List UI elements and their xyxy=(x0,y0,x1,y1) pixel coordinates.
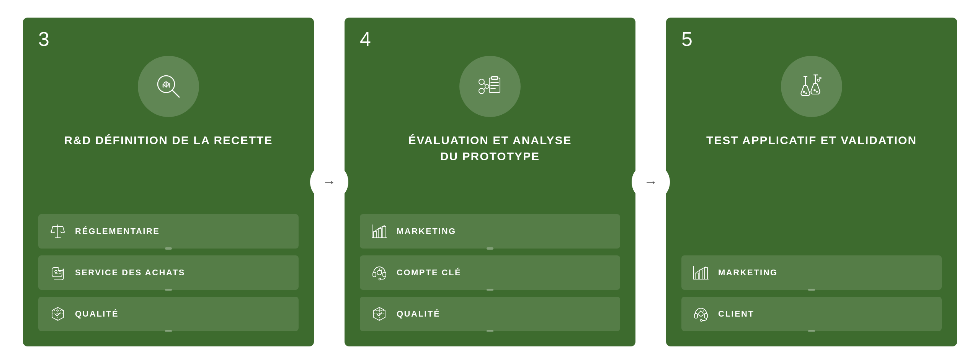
svg-point-56 xyxy=(701,320,702,322)
magnifier-chart-icon xyxy=(153,71,184,102)
svg-point-43 xyxy=(803,91,805,93)
qualite-3-label: QUALITÉ xyxy=(75,309,119,319)
svg-point-23 xyxy=(479,79,484,84)
svg-rect-31 xyxy=(383,226,386,238)
svg-line-27 xyxy=(484,88,485,89)
card-4-icon-circle xyxy=(459,56,521,117)
svg-rect-51 xyxy=(695,273,698,279)
svg-rect-55 xyxy=(704,314,707,318)
achats-label: SERVICE DES ACHATS xyxy=(75,268,185,278)
qualite-4-label: QUALITÉ xyxy=(397,309,440,319)
svg-rect-52 xyxy=(700,270,703,279)
svg-rect-29 xyxy=(374,232,377,238)
svg-point-34 xyxy=(379,278,381,280)
tag-hand-icon xyxy=(49,264,67,281)
svg-line-59 xyxy=(703,310,704,312)
svg-point-47 xyxy=(814,89,815,91)
card-3-icon-circle xyxy=(138,56,199,117)
marketing-5-label: MARKETING xyxy=(718,268,778,278)
bar-chart-icon-5 xyxy=(692,264,710,281)
item-compte-cle: COMPTE CLÉ xyxy=(360,255,620,290)
card-5-icon-circle xyxy=(781,56,842,117)
arrow-2-icon: → xyxy=(644,175,658,189)
card-4-title: ÉVALUATION ET ANALYSEDU PROTOTYPE xyxy=(408,132,572,164)
process-container: 3 R&D DÉFINITION DE LA RECETTE xyxy=(0,0,980,364)
lab-flasks-icon xyxy=(796,71,827,102)
svg-point-11 xyxy=(55,270,57,273)
svg-line-9 xyxy=(63,226,64,232)
item-marketing-4: MARKETING xyxy=(360,214,620,249)
headset-icon-4 xyxy=(371,264,388,281)
card-4-items: MARKETING COMPTE CLÉ xyxy=(360,214,620,331)
card-3-title: R&D DÉFINITION DE LA RECETTE xyxy=(64,132,273,148)
arrow-1-icon: → xyxy=(322,175,336,189)
item-client: CLIENT xyxy=(681,297,942,331)
svg-rect-53 xyxy=(704,268,707,279)
card-5-items: MARKETING CLIENT xyxy=(681,255,942,331)
svg-rect-33 xyxy=(383,272,386,277)
svg-point-49 xyxy=(817,79,820,81)
item-qualite-3: QUALITÉ xyxy=(38,297,299,331)
card-4: 4 ÉVALUATION ET ANALYSEDU PROTOTYPE xyxy=(345,18,635,346)
svg-point-44 xyxy=(806,93,807,94)
bar-chart-icon-4 xyxy=(371,223,388,240)
card-number-5: 5 xyxy=(681,29,693,49)
card-number-3: 3 xyxy=(38,29,49,49)
cube-check-icon-4 xyxy=(371,305,388,323)
card-3: 3 R&D DÉFINITION DE LA RECETTE xyxy=(23,18,314,346)
svg-line-26 xyxy=(484,83,485,85)
svg-line-1 xyxy=(172,90,179,97)
arrow-2: → xyxy=(632,163,670,201)
card-5-title: TEST APPLICATIF ET VALIDATION xyxy=(706,132,917,148)
svg-line-37 xyxy=(381,269,382,271)
headset-icon-5 xyxy=(692,305,710,323)
item-reglementaire: RÉGLEMENTAIRE xyxy=(38,214,299,249)
svg-rect-30 xyxy=(378,229,381,238)
marketing-4-label: MARKETING xyxy=(397,226,456,236)
compte-cle-label: COMPTE CLÉ xyxy=(397,268,461,278)
svg-line-8 xyxy=(51,226,53,232)
reglementaire-label: RÉGLEMENTAIRE xyxy=(75,226,160,236)
item-achats: SERVICE DES ACHATS xyxy=(38,255,299,290)
arrow-1: → xyxy=(310,163,348,201)
svg-point-50 xyxy=(820,77,821,79)
client-label: CLIENT xyxy=(718,309,754,319)
svg-rect-18 xyxy=(489,78,500,93)
svg-point-5 xyxy=(164,82,168,86)
molecule-clipboard-icon xyxy=(475,71,505,102)
card-number-4: 4 xyxy=(360,29,371,49)
svg-point-25 xyxy=(485,84,489,88)
card-5: 5 TEST APPLICATIF ET VALIDATIO xyxy=(666,18,957,346)
svg-point-48 xyxy=(817,91,818,93)
scales-icon xyxy=(49,223,67,240)
cube-check-icon-3 xyxy=(49,305,67,323)
item-marketing-5: MARKETING xyxy=(681,255,942,290)
svg-point-57 xyxy=(699,312,703,316)
svg-point-24 xyxy=(479,88,484,94)
item-qualite-4: QUALITÉ xyxy=(360,297,620,331)
svg-point-35 xyxy=(377,270,382,275)
card-3-items: RÉGLEMENTAIRE SERVICE DES ACHATS xyxy=(38,214,299,331)
